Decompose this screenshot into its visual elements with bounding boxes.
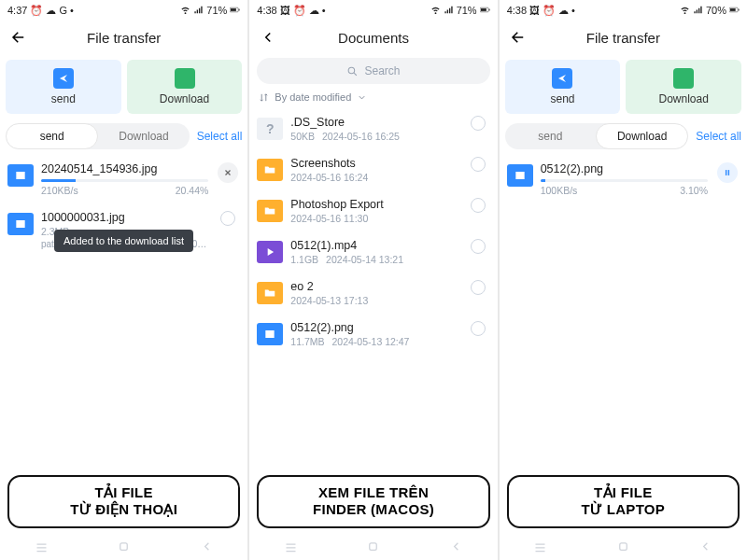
svg-rect-12 (726, 170, 726, 175)
send-card[interactable]: send (6, 60, 121, 114)
tab-send[interactable]: send (6, 123, 98, 149)
back-icon[interactable] (698, 539, 712, 557)
search-placeholder: Search (364, 64, 400, 77)
status-time: 4:38 (507, 5, 527, 16)
file-row[interactable]: 20240514_154936.jpg 210KB/s 20.44% (4, 155, 244, 203)
svg-rect-10 (730, 8, 736, 11)
file-name: Photoshop Export (290, 198, 458, 211)
download-card[interactable]: Download (626, 60, 741, 114)
send-icon (53, 68, 74, 89)
back-button[interactable] (255, 29, 281, 46)
select-circle[interactable] (471, 198, 486, 213)
select-all-link[interactable]: Select all (696, 130, 741, 143)
segmented-control[interactable]: send Download (505, 123, 689, 149)
file-row[interactable]: 0512(1).mp4 1.1GB2024-05-14 13:21 (253, 231, 493, 273)
signal-icon (693, 5, 703, 17)
back-button[interactable] (6, 29, 32, 46)
select-circle[interactable] (471, 116, 486, 131)
tab-download[interactable]: Download (596, 123, 688, 149)
gallery-icon: 🖼 (529, 5, 540, 16)
wifi-icon (430, 5, 441, 17)
android-navbar (249, 536, 497, 560)
toast-message: Added to the download list (54, 230, 193, 252)
file-row[interactable]: 0512(2).png 100KB/s 3.10% (503, 155, 743, 203)
caption-label: XEM FILE TRÊN FINDER (MACOS) (257, 475, 489, 529)
weather-icon: ☁ (558, 5, 569, 17)
tab-row: send Download Select all (0, 123, 247, 155)
file-row[interactable]: ? .DS_Store 50KB2024-05-16 16:25 (253, 108, 493, 149)
status-bar: 4:37 ⏰ ☁ G • 71% (0, 0, 247, 21)
tab-row: send Download Select all (500, 123, 747, 155)
back-icon[interactable] (200, 539, 214, 557)
transfer-speed: 100KB/s (541, 185, 578, 196)
svg-rect-1 (231, 8, 236, 11)
battery-icon (230, 5, 240, 17)
phone-middle: 4:38 🖼 ⏰ ☁ • 71% Documents Search (249, 0, 499, 560)
transfer-speed: 210KB/s (41, 185, 78, 196)
file-row[interactable]: 1000000031.jpg 2.3MB path: /Users/demine… (4, 203, 244, 257)
file-row[interactable]: Screenshots 2024-05-16 16:24 (253, 149, 493, 190)
back-icon[interactable] (449, 539, 463, 557)
dot-icon: • (70, 5, 74, 16)
file-name: 1000000031.jpg (41, 211, 208, 224)
weather-icon: ☁ (309, 5, 319, 17)
svg-rect-14 (620, 542, 627, 550)
send-card[interactable]: send (505, 60, 621, 114)
primary-actions: send Download (500, 54, 747, 123)
recents-icon[interactable] (533, 539, 547, 557)
svg-rect-3 (120, 542, 128, 550)
image-file-icon (257, 323, 283, 345)
transfer-percent: 3.10% (680, 185, 708, 196)
pause-button[interactable] (717, 162, 738, 183)
tab-download[interactable]: Download (98, 123, 189, 149)
svg-rect-13 (728, 170, 729, 175)
file-row[interactable]: Photoshop Export 2024-05-16 11:30 (253, 190, 493, 231)
select-circle[interactable] (471, 239, 486, 254)
signal-icon (193, 5, 204, 17)
segmented-control[interactable]: send Download (6, 123, 190, 149)
app-header: File transfer (0, 21, 247, 54)
status-time: 4:37 (7, 5, 27, 16)
select-circle[interactable] (471, 321, 486, 336)
select-circle[interactable] (471, 157, 486, 172)
signal-icon (444, 5, 454, 17)
file-name: 0512(2).png (541, 162, 708, 175)
progress-bar (541, 179, 708, 182)
page-title: File transfer (32, 30, 242, 46)
caption-label: TẢI FILE TỪ ĐIỆN THOẠI (7, 475, 240, 529)
android-navbar (500, 536, 747, 560)
primary-actions: send Download (0, 54, 247, 123)
download-card[interactable]: Download (127, 60, 243, 114)
image-file-icon (507, 164, 533, 187)
image-file-icon (7, 213, 34, 235)
home-icon[interactable] (366, 539, 380, 557)
sort-icon (259, 92, 269, 103)
search-input[interactable]: Search (257, 58, 489, 84)
android-navbar (0, 536, 247, 560)
select-circle[interactable] (471, 280, 486, 295)
select-all-link[interactable]: Select all (197, 130, 243, 143)
file-row[interactable]: 0512(2).png 11.7MB2024-05-13 12:47 (253, 314, 493, 355)
alarm-icon: ⏰ (543, 5, 556, 17)
progress-bar (41, 179, 208, 182)
battery-label: 71% (457, 5, 477, 16)
file-row[interactable]: eo 2 2024-05-13 17:13 (253, 273, 493, 314)
select-circle[interactable] (220, 211, 235, 226)
file-name: .DS_Store (290, 116, 458, 129)
back-button[interactable] (505, 29, 531, 46)
folder-icon (257, 200, 283, 222)
home-icon[interactable] (117, 539, 131, 557)
tab-send[interactable]: send (505, 123, 596, 149)
wifi-icon (680, 5, 690, 17)
status-time: 4:38 (257, 5, 276, 16)
download-icon (673, 68, 694, 89)
home-icon[interactable] (616, 539, 630, 557)
dot-icon: • (571, 5, 575, 16)
file-name: 0512(1).mp4 (290, 239, 458, 252)
folder-icon (257, 282, 283, 304)
recents-icon[interactable] (35, 539, 49, 557)
phone-left: 4:37 ⏰ ☁ G • 71% File transfer send (0, 0, 249, 560)
cancel-button[interactable] (218, 162, 238, 183)
sort-control[interactable]: By date modified (249, 90, 497, 108)
recents-icon[interactable] (284, 539, 298, 557)
